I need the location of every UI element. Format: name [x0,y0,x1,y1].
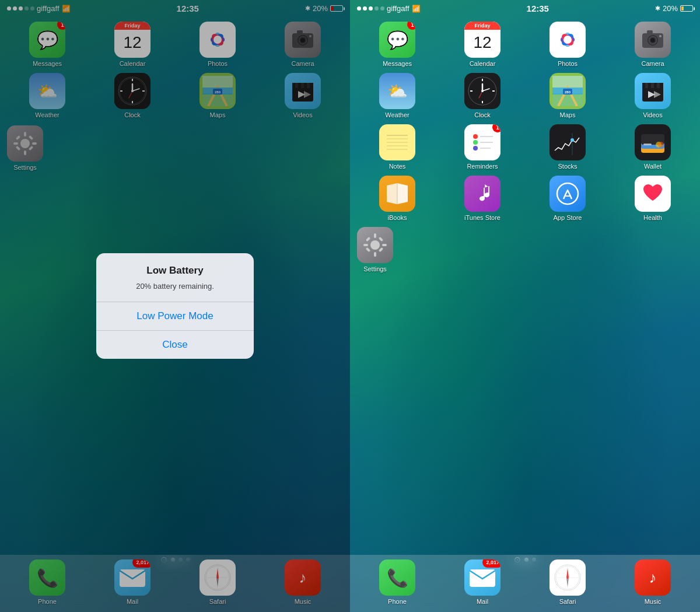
dock-safari-right[interactable]: Safari [527,559,608,605]
time-display-right: 12:35 [527,4,549,13]
calendar-label-right: Calendar [470,60,496,67]
reminders-svg [467,127,498,158]
app-maps-right[interactable]: 280 Maps [527,73,608,118]
battery-fill-right [681,6,684,11]
settings-svg-right [360,230,390,260]
app-photos-right[interactable]: Photos [527,22,608,67]
dock-mail-right[interactable]: 2,017 Mail [442,559,523,605]
app-clock-right[interactable]: Clock [442,73,523,118]
app-notes-right[interactable]: Notes [357,124,438,170]
calendar-day-right: Friday [464,22,501,30]
alert-btn-low-power[interactable]: Low Power Mode [96,302,254,330]
status-right-right: ✱ 20% [655,4,693,13]
status-bar-right: giffgaff 📶 12:35 ✱ 20% [350,0,700,17]
music-label-right: Music [645,598,662,605]
svg-rect-88 [660,83,663,88]
phone-label-right: Phone [388,598,407,605]
safari-label-right: Safari [559,598,576,605]
app-ibooks-right[interactable]: iBooks [357,176,438,221]
maps-svg-right: 280 [552,76,583,106]
itunes-label: iTunes Store [464,214,501,221]
app-videos-right[interactable]: Videos [612,73,693,118]
svg-point-115 [557,183,578,204]
svg-rect-121 [363,244,368,246]
ibooks-svg [382,179,412,209]
messages-icon-img-right: 💬 1 [379,22,415,58]
battery-indicator-right [680,5,693,12]
app-camera-right[interactable]: Camera [612,22,693,67]
alert-message: 20% battery remaining. [106,281,244,292]
wallet-label: Wallet [644,163,662,170]
camera-svg-right [638,25,668,55]
mail-badge-right: 2,017 [482,559,501,568]
right-phone: giffgaff 📶 12:35 ✱ 20% 💬 1 Messages [350,0,700,612]
svg-text:280: 280 [565,90,571,94]
signal-dot-r1 [357,6,361,11]
status-left-right: giffgaff 📶 [357,4,421,13]
appstore-label: App Store [554,214,582,221]
alert-title: Low Battery [106,265,244,277]
svg-point-113 [658,142,664,148]
stocks-label: Stocks [558,163,577,170]
signal-dot-r4 [374,6,379,11]
svg-point-100 [473,140,478,145]
calendar-icon-img-right: Friday 12 [464,22,501,58]
app-stocks-right[interactable]: Stocks [527,124,608,170]
dock-phone-right[interactable]: 📞 Phone [357,559,438,605]
ibooks-icon-img [379,176,415,212]
app-itunes-right[interactable]: iTunes Store [442,176,523,221]
messages-badge-right: 1 [407,22,415,30]
wifi-icon-right: 📶 [412,5,421,13]
signal-dot-r5 [380,6,384,11]
music-icon-img-right: ♪ [635,559,671,596]
svg-rect-87 [654,83,657,88]
svg-rect-79 [552,93,583,106]
clock-icon-img-right [464,73,501,109]
videos-svg-right [638,76,668,106]
left-phone: giffgaff 📶 12:35 ✱ 20% 💬 1 Messages F [0,0,350,612]
maps-label-right: Maps [560,111,576,118]
itunes-icon-img [464,176,501,212]
health-label: Health [643,214,662,221]
clock-svg-right [467,76,498,106]
signal-dot-r2 [363,6,367,11]
appstore-svg [552,179,583,209]
carrier-label-right: giffgaff [387,4,410,13]
alert-box: Low Battery 20% battery remaining. Low P… [96,253,254,358]
health-icon-img [635,176,671,212]
clock-label-right: Clock [474,111,491,118]
videos-icon-img-right [635,73,671,109]
photos-icon-img-right [550,22,586,58]
bluetooth-icon-right: ✱ [655,5,660,12]
calendar-date-right: 12 [473,33,491,52]
svg-point-77 [481,90,484,92]
photos-svg-right [552,25,583,55]
alert-btn-close[interactable]: Close [96,331,254,359]
app-health-right[interactable]: Health [612,176,693,221]
safari-svg-right [552,562,583,593]
health-svg [638,179,668,209]
weather-icon-img-right: ⛅ [379,73,415,109]
app-reminders-right[interactable]: 1 Reminders [442,124,523,170]
weather-glyph-right: ⛅ [387,82,408,101]
dock-music-right[interactable]: ♪ Music [612,559,693,605]
svg-rect-119 [374,233,376,238]
svg-point-68 [659,35,662,37]
svg-point-118 [370,240,380,250]
notes-icon-img [379,124,415,160]
stocks-svg [552,127,583,158]
app-settings-right[interactable]: Settings [357,227,393,272]
app-calendar-right[interactable]: Friday 12 Calendar [442,22,523,67]
messages-label-right: Messages [383,60,412,67]
notes-label: Notes [389,163,406,170]
battery-pct-right: 20% [663,4,678,13]
photos-label-right: Photos [558,60,578,67]
music-glyph-right: ♪ [649,569,657,587]
messages-glyph-right: 💬 [387,30,408,50]
notes-svg [382,127,412,158]
appstore-icon-img [550,176,586,212]
app-appstore-right[interactable]: App Store [527,176,608,221]
app-wallet-right[interactable]: Wallet [612,124,693,170]
app-weather-right[interactable]: ⛅ Weather [357,73,438,118]
app-messages-right[interactable]: 💬 1 Messages [357,22,438,67]
